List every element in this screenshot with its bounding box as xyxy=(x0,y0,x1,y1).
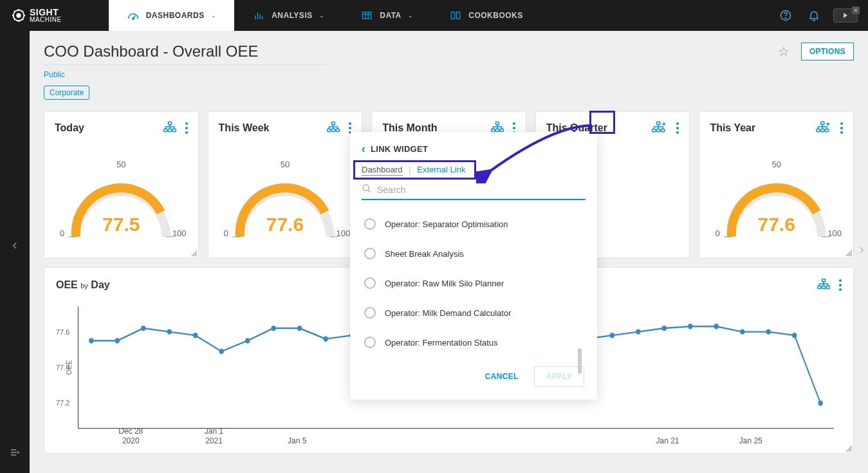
svg-point-77 xyxy=(766,329,771,334)
apply-button[interactable]: APPLY xyxy=(534,366,584,387)
svg-rect-31 xyxy=(495,129,499,131)
option-item[interactable]: Operator: Raw Milk Silo Planner xyxy=(362,268,586,298)
svg-rect-35 xyxy=(657,129,660,131)
svg-rect-18 xyxy=(163,129,167,131)
gauge-icon xyxy=(127,9,140,22)
hierarchy-icon[interactable] xyxy=(327,121,340,135)
svg-point-75 xyxy=(714,324,719,329)
gauge-min: 0 xyxy=(715,228,719,238)
gauge-value: 77.6 xyxy=(757,214,795,236)
tab-external-link[interactable]: External Link xyxy=(417,165,465,174)
kebab-menu-icon[interactable] xyxy=(840,122,843,134)
card-title: This Week xyxy=(219,122,270,134)
svg-rect-50 xyxy=(826,286,829,288)
svg-point-79 xyxy=(818,400,823,405)
expand-sidebar-icon[interactable] xyxy=(8,447,21,460)
options-list: Operator: Separator OptimisationSheet Br… xyxy=(350,209,597,357)
svg-rect-33 xyxy=(657,122,660,124)
book-icon xyxy=(449,9,462,22)
chevron-left-icon[interactable]: ‹ xyxy=(12,237,17,254)
gauge-value: 77.5 xyxy=(102,214,140,236)
svg-rect-8 xyxy=(362,12,371,19)
help-icon[interactable] xyxy=(777,6,795,24)
svg-point-60 xyxy=(323,337,328,342)
svg-rect-23 xyxy=(332,122,335,125)
svg-rect-34 xyxy=(652,129,656,131)
resize-handle[interactable] xyxy=(190,250,197,256)
hierarchy-icon[interactable] xyxy=(817,278,830,292)
radio-icon xyxy=(364,337,376,348)
scrollbar[interactable] xyxy=(578,348,582,374)
option-label: Operator: Fermentation Status xyxy=(385,338,498,348)
svg-point-51 xyxy=(89,338,93,343)
card-title: Today xyxy=(55,122,84,134)
nav-data[interactable]: DATA ⌄ xyxy=(342,0,431,31)
radio-icon xyxy=(364,218,376,230)
search-input[interactable] xyxy=(377,185,586,195)
svg-point-1 xyxy=(17,14,21,17)
resize-handle[interactable] xyxy=(845,250,852,256)
svg-point-83 xyxy=(363,185,369,190)
star-icon[interactable]: ☆ xyxy=(778,44,790,59)
option-label: Sheet Break Analysis xyxy=(385,249,464,259)
page-title: COO Dashboard - Overall OEE xyxy=(44,42,327,65)
option-item[interactable]: Operator: Milk Demand Calculator xyxy=(362,298,586,328)
radio-icon xyxy=(364,307,376,319)
y-tick: 77.4 xyxy=(56,364,69,371)
tag-corporate[interactable]: Corporate xyxy=(44,86,89,100)
svg-rect-17 xyxy=(168,122,171,125)
gauge-mid: 50 xyxy=(281,160,290,169)
svg-point-71 xyxy=(610,333,614,338)
hierarchy-plus-icon[interactable] xyxy=(816,121,831,135)
nav-cookbooks[interactable]: COOKBOOKS xyxy=(431,0,541,31)
option-label: Operator: Raw Milk Silo Planner xyxy=(385,279,504,288)
resize-handle[interactable] xyxy=(845,445,852,452)
nav-label: DASHBOARDS xyxy=(146,11,205,20)
left-rail: ‹ xyxy=(0,31,30,473)
back-chevron-icon[interactable]: ‹ xyxy=(362,142,365,156)
chart-title: OEE by Day xyxy=(56,279,110,291)
svg-rect-41 xyxy=(821,129,824,131)
bell-icon[interactable] xyxy=(805,6,823,24)
close-icon[interactable]: × xyxy=(852,6,860,14)
y-tick: 77.6 xyxy=(56,328,69,336)
svg-rect-32 xyxy=(500,129,503,131)
gauge-value: 77.6 xyxy=(266,214,304,236)
svg-point-56 xyxy=(219,349,224,354)
nav-label: COOKBOOKS xyxy=(468,11,523,20)
header-row: COO Dashboard - Overall OEE Public Corpo… xyxy=(44,42,854,100)
link-widget-popup: ‹ LINK WIDGET Dashboard | External Link … xyxy=(350,132,597,400)
svg-point-52 xyxy=(115,338,120,343)
svg-point-55 xyxy=(193,333,198,338)
kebab-menu-icon[interactable] xyxy=(185,122,188,134)
video-widget[interactable]: × xyxy=(833,8,858,23)
nav-dashboards[interactable]: DASHBOARDS ⌄ xyxy=(109,0,235,31)
options-button[interactable]: OPTIONS xyxy=(801,42,854,60)
svg-rect-40 xyxy=(817,129,820,131)
topnav-right: × xyxy=(777,6,868,24)
chevron-down-icon: ⌄ xyxy=(319,12,325,19)
kebab-menu-icon[interactable] xyxy=(676,122,679,134)
chevron-down-icon: ⌄ xyxy=(408,12,414,19)
option-item[interactable]: Operator: Fermentation Status xyxy=(362,328,586,357)
nav-analysis[interactable]: ANALYSIS ⌄ xyxy=(234,0,342,31)
gauge-max: 100 xyxy=(172,228,187,238)
kebab-menu-icon[interactable] xyxy=(839,279,842,291)
nav-label: ANALYSIS xyxy=(272,11,313,20)
option-label: Operator: Separator Optimisation xyxy=(385,219,508,229)
hierarchy-plus-icon[interactable] xyxy=(652,121,667,135)
gauge-max: 100 xyxy=(827,228,842,238)
tab-separator: | xyxy=(409,165,411,174)
gauge-min: 0 xyxy=(224,228,228,238)
svg-point-72 xyxy=(636,329,640,334)
visibility-link[interactable]: Public xyxy=(44,70,327,79)
option-item[interactable]: Sheet Break Analysis xyxy=(362,239,586,268)
svg-rect-26 xyxy=(336,129,339,131)
bars-icon xyxy=(252,9,265,22)
hierarchy-icon[interactable] xyxy=(163,121,176,135)
svg-rect-48 xyxy=(818,286,821,288)
cancel-button[interactable]: CANCEL xyxy=(476,366,528,387)
brand-bottom: MACHINE xyxy=(30,17,62,23)
option-item[interactable]: Operator: Separator Optimisation xyxy=(362,209,586,239)
tab-dashboard[interactable]: Dashboard xyxy=(362,165,403,176)
